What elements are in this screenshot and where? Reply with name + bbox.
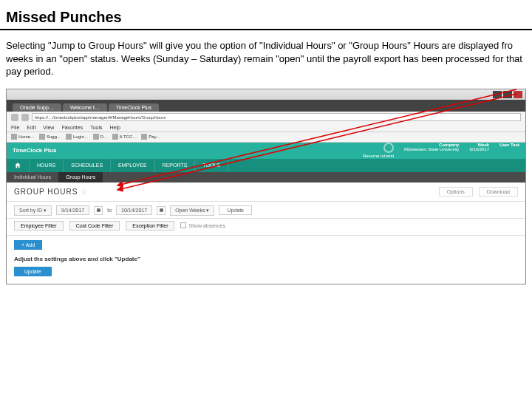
bookmark-item[interactable]: D…: [93, 134, 108, 140]
subnav-group-hours[interactable]: Group Hours: [58, 172, 103, 183]
bookmark-icon: [112, 134, 118, 140]
bookmark-item[interactable]: Login…: [66, 134, 89, 140]
bookmark-item[interactable]: Pay…: [141, 134, 160, 140]
bookmark-icon: [11, 134, 17, 140]
nav-reports[interactable]: REPORTS: [155, 159, 196, 172]
nav-tools[interactable]: TOOLS: [195, 159, 228, 172]
bookmark-icon: [66, 134, 72, 140]
options-button[interactable]: Options: [439, 187, 473, 197]
week-info: Week 6/13/2017: [469, 143, 489, 158]
main-nav: HOURS SCHEDULES EMPLOYEE REPORTS TOOLS: [7, 159, 525, 172]
to-label: to: [107, 208, 112, 213]
nav-employee[interactable]: EMPLOYEE: [111, 159, 155, 172]
minimize-button[interactable]: [493, 91, 502, 98]
browser-menu: File Edit View Favorites Tools Help: [7, 123, 525, 132]
forward-icon[interactable]: [21, 114, 29, 121]
update-button[interactable]: Update: [219, 205, 252, 215]
browser-tabs: Oracle Supp… Welcome t… TimeClock Plus: [7, 100, 525, 112]
menu-file[interactable]: File: [11, 125, 19, 130]
page-header: GROUP HOURS ☆ Options Download: [7, 183, 525, 202]
download-button[interactable]: Download: [479, 187, 518, 197]
bookmark-icon: [93, 134, 99, 140]
star-icon[interactable]: ☆: [81, 188, 88, 196]
filter-row-dates: Sort by ID ▾ 9/14/2017 to 10/14/2017 Ope…: [7, 202, 525, 219]
calendar-icon[interactable]: [94, 206, 103, 215]
document-title: Missed Punches: [0, 0, 532, 30]
brand-logo: TimeClock Plus: [13, 147, 56, 154]
tutorial-link[interactable]: Resume tutorial: [363, 143, 394, 158]
period-select[interactable]: Open Weeks ▾: [170, 205, 214, 216]
back-icon[interactable]: [11, 114, 18, 121]
checkbox-icon: [180, 222, 186, 228]
exception-filter-button[interactable]: Exception Filter: [126, 221, 174, 231]
user-info[interactable]: User Test: [499, 143, 519, 158]
browser-tab[interactable]: TimeClock Plus: [109, 103, 159, 112]
show-absences-checkbox[interactable]: Show absences: [180, 222, 225, 228]
bookmark-item[interactable]: Home…: [11, 134, 35, 140]
update-button-main[interactable]: Update: [14, 267, 52, 276]
menu-view[interactable]: View: [43, 125, 54, 130]
maximize-button[interactable]: [503, 91, 512, 98]
company-info: Company Midwestern State University: [404, 143, 459, 158]
bookmark-icon: [141, 134, 147, 140]
home-icon: [14, 162, 21, 169]
address-input[interactable]: https://…/timeclockplus/app/manager/#/Ma…: [32, 113, 521, 121]
menu-edit[interactable]: Edit: [27, 125, 35, 130]
nav-hours[interactable]: HOURS: [30, 159, 64, 172]
window-titlebar: [7, 89, 525, 100]
date-from-input[interactable]: 9/14/2017: [56, 205, 89, 215]
calendar-icon[interactable]: [157, 206, 166, 215]
bookmark-item[interactable]: 6 TCC…: [112, 134, 137, 140]
browser-tab[interactable]: Welcome t…: [63, 103, 107, 112]
filter-row-filters: Employee Filter Cost Code Filter Excepti…: [7, 219, 525, 236]
employee-filter-button[interactable]: Employee Filter: [14, 221, 64, 231]
sub-nav: Individual Hours Group Hours: [7, 172, 525, 183]
add-button[interactable]: + Add: [14, 240, 42, 250]
prompt-text: Adjust the settings above and click "Upd…: [7, 254, 525, 264]
menu-favorites[interactable]: Favorites: [61, 125, 83, 130]
app-header: TimeClock Plus Resume tutorial Company M…: [7, 143, 525, 159]
nav-home[interactable]: [7, 159, 30, 172]
document-body: Selecting "Jump to Group Hours" will giv…: [0, 39, 532, 89]
date-to-input[interactable]: 10/14/2017: [116, 205, 152, 215]
question-icon: [383, 143, 394, 153]
bookmark-item[interactable]: Sugg…: [39, 134, 61, 140]
app-screenshot: Oracle Supp… Welcome t… TimeClock Plus h…: [6, 89, 526, 284]
page-title: GROUP HOURS ☆: [14, 188, 88, 196]
nav-schedules[interactable]: SCHEDULES: [64, 159, 111, 172]
address-bar-row: https://…/timeclockplus/app/manager/#/Ma…: [7, 112, 525, 123]
menu-help[interactable]: Help: [110, 125, 120, 130]
browser-tab[interactable]: Oracle Supp…: [13, 103, 61, 112]
sort-select[interactable]: Sort by ID ▾: [14, 205, 52, 216]
close-button[interactable]: [514, 91, 522, 98]
menu-tools[interactable]: Tools: [90, 125, 102, 130]
action-row: + Add: [7, 236, 525, 254]
subnav-individual-hours[interactable]: Individual Hours: [7, 172, 58, 183]
bookmark-icon: [39, 134, 45, 140]
bookmark-bar: Home… Sugg… Login… D… 6 TCC… Pay…: [7, 132, 525, 143]
costcode-filter-button[interactable]: Cost Code Filter: [69, 221, 120, 231]
